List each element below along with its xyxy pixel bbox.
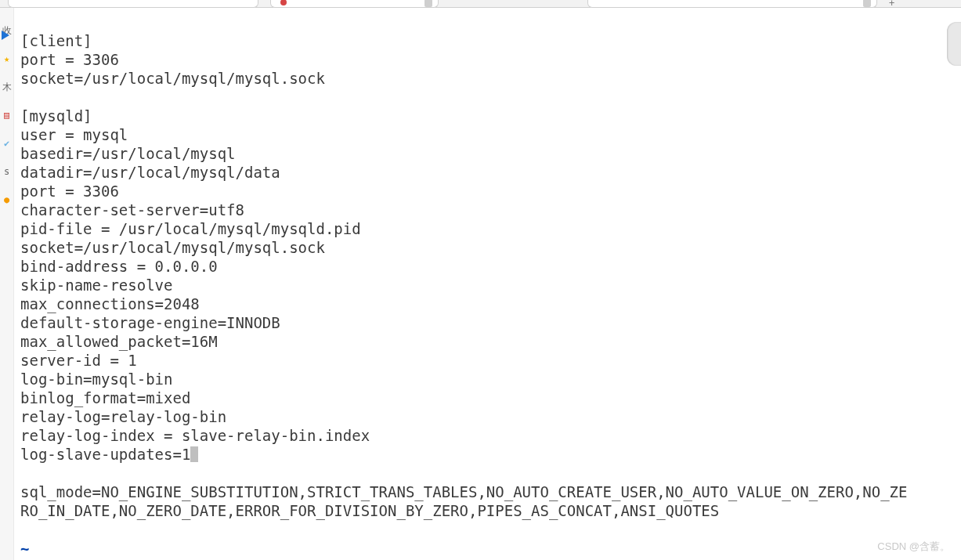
config-line: pid-file = /usr/local/mysql/mysqld.pid — [20, 220, 361, 237]
config-line: max_allowed_packet=16M — [20, 333, 218, 350]
watermark-text: CSDN @含蓄。 — [877, 540, 950, 554]
config-line: [client] — [20, 32, 92, 49]
config-line: character-set-server=utf8 — [20, 201, 244, 219]
close-icon[interactable] — [425, 0, 432, 7]
tab-segment[interactable] — [8, 0, 258, 8]
orange-icon[interactable]: ● — [2, 194, 13, 205]
config-line: relay-log=relay-log-bin — [20, 408, 226, 425]
config-line: port = 3306 — [20, 51, 119, 68]
config-line: basedir=/usr/local/mysql — [20, 145, 236, 162]
config-line: max_connections=2048 — [20, 295, 200, 313]
config-line: user = mysql — [20, 126, 128, 143]
text-editor[interactable]: [client] port = 3306 socket=/usr/local/m… — [20, 8, 961, 560]
favorite-icon[interactable]: 收 — [2, 25, 13, 36]
browser-tabstrip: + — [0, 0, 961, 8]
config-line: relay-log-index = slave-relay-bin.index — [20, 427, 370, 444]
config-line: server-id = 1 — [20, 352, 137, 369]
config-line: binlog_format=mixed — [20, 389, 190, 406]
tab-segment[interactable] — [587, 0, 877, 8]
config-line: socket=/usr/local/mysql/mysql.sock — [20, 70, 325, 87]
config-line: bind-address = 0.0.0.0 — [20, 258, 218, 275]
vim-empty-line-tilde: ~ — [20, 540, 29, 557]
text-cursor — [190, 446, 198, 462]
check-icon[interactable]: ✔ — [2, 138, 13, 149]
config-line: skip-name-resolve — [20, 276, 172, 294]
new-tab-button[interactable]: + — [889, 0, 900, 8]
config-line: sql_mode=NO_ENGINE_SUBSTITUTION,STRICT_T… — [20, 483, 907, 500]
config-line: socket=/usr/local/mysql/mysql.sock — [20, 239, 325, 256]
config-line: default-storage-engine=INNODB — [20, 314, 280, 331]
stop-icon[interactable]: s — [2, 166, 13, 177]
tree-icon[interactable]: 木 — [2, 81, 13, 92]
config-line: log-slave-updates=1 — [20, 446, 190, 463]
config-line: [mysqld] — [20, 107, 92, 125]
star-icon[interactable]: ★ — [2, 53, 13, 64]
tab-segment[interactable] — [270, 0, 439, 8]
close-icon[interactable] — [863, 0, 871, 7]
config-line: port = 3306 — [20, 182, 119, 200]
doc-icon[interactable]: ▤ — [2, 110, 13, 121]
config-line: log-bin=mysql-bin — [20, 370, 172, 388]
config-line: RO_IN_DATE,NO_ZERO_DATE,ERROR_FOR_DIVISI… — [20, 502, 719, 519]
bookmark-sidebar: 收 ★ 木 ▤ ✔ s ● — [0, 8, 14, 560]
config-line: datadir=/usr/local/mysql/data — [20, 164, 280, 181]
